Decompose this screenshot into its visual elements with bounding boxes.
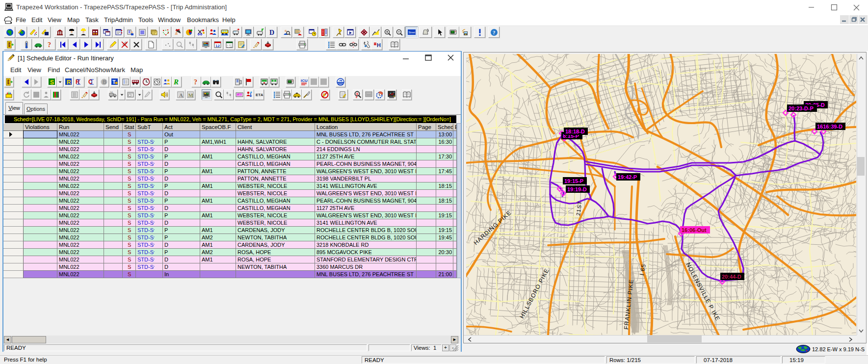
svg-text:Label: Label: [237, 94, 243, 96]
svg-text:1616:39-D: 1616:39-D: [817, 124, 842, 130]
svg-text:19:42-P: 19:42-P: [618, 174, 637, 180]
svg-text:M: M: [188, 92, 194, 98]
svg-text:1:40: 1:40: [227, 45, 232, 48]
svg-text:20:23-D-P: 20:23-D-P: [789, 105, 814, 111]
svg-text:ETA: ETA: [256, 93, 263, 97]
svg-text:ICU: ICU: [301, 78, 308, 83]
svg-text:R: R: [173, 78, 179, 86]
svg-text:R: R: [67, 79, 71, 86]
svg-text:B: B: [103, 79, 106, 85]
svg-text:18:18-D: 18:18-D: [565, 129, 585, 134]
svg-text:7x6: 7x6: [110, 91, 113, 93]
svg-text:A: A: [179, 92, 183, 98]
svg-text:H: H: [377, 42, 381, 48]
svg-text:?: ?: [493, 29, 496, 35]
svg-text:12: 12: [215, 44, 220, 48]
svg-text:D: D: [269, 29, 274, 36]
svg-text:20:44-D: 20:44-D: [722, 274, 741, 280]
svg-text:16:06-Out: 16:06-Out: [682, 227, 707, 233]
svg-text:19:19-D: 19:19-D: [567, 186, 587, 192]
svg-text:I: I: [124, 78, 124, 80]
svg-text:S: S: [50, 79, 54, 86]
svg-text:19:15-P: 19:15-P: [564, 178, 583, 184]
svg-text:?: ?: [48, 41, 51, 49]
svg-text:Street: Street: [409, 30, 416, 33]
svg-text:T: T: [112, 79, 116, 85]
svg-text:?: ?: [194, 78, 197, 86]
